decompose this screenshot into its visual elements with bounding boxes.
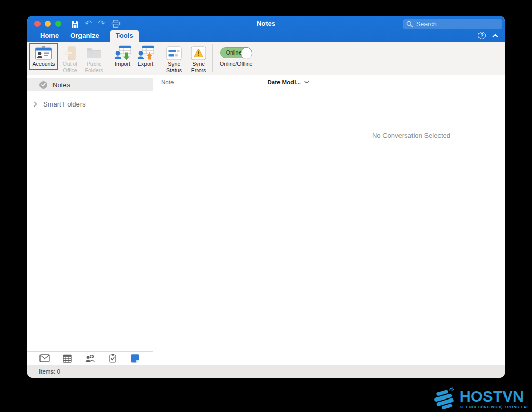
mail-icon [39, 354, 50, 362]
public-folders-icon [86, 45, 102, 61]
accounts-icon [35, 45, 52, 61]
sync-errors-button[interactable]: Sync Errors [187, 43, 210, 76]
public-folders-label: Public Folders [84, 61, 104, 74]
sidebar-item-smart-folders[interactable]: Smart Folders [27, 98, 153, 110]
online-offline-group: Online Online/Offline [220, 43, 252, 67]
sync-errors-label: Sync Errors [189, 61, 208, 74]
ribbon-divider [212, 44, 213, 72]
out-of-office-icon [63, 45, 77, 61]
public-folders-button: Public Folders [82, 43, 106, 76]
accounts-label: Accounts [32, 61, 55, 68]
search-icon [406, 21, 413, 28]
export-button[interactable]: Export [135, 43, 156, 70]
import-icon [114, 45, 131, 61]
main-content: Notes Smart Folders [27, 75, 505, 365]
titlebar: ↶ ↷ Notes [27, 16, 505, 42]
import-button[interactable]: Import [112, 43, 134, 70]
sync-errors-icon [191, 45, 206, 61]
note-column-label: Note [161, 79, 174, 85]
items-count: Items: 0 [39, 368, 60, 375]
import-label: Import [115, 61, 130, 68]
collapse-ribbon-icon[interactable] [492, 34, 498, 38]
export-label: Export [138, 61, 153, 68]
hostvn-watermark: HOSTVN KẾT NỐI CÔNG NGHỆ TƯƠNG LAI [433, 387, 528, 411]
sync-status-icon [166, 45, 182, 61]
calendar-module-button[interactable] [61, 353, 73, 364]
item-list-pane: Note Date Modi... [153, 75, 317, 365]
tasks-module-button[interactable] [107, 353, 119, 364]
chevron-right-icon[interactable] [34, 101, 37, 107]
module-switcher [27, 351, 153, 365]
tab-home[interactable]: Home [34, 30, 64, 42]
mail-module-button[interactable] [38, 353, 51, 364]
notes-module-button[interactable] [129, 353, 141, 364]
smart-folders-label: Smart Folders [43, 100, 86, 108]
status-bar: Items: 0 [27, 365, 505, 378]
accounts-button[interactable]: Accounts [29, 43, 58, 70]
out-of-office-button: Out of Office [59, 43, 81, 76]
search-field[interactable] [403, 19, 502, 29]
hostvn-brand-text: HOSTVN [460, 389, 528, 404]
toggle-knob[interactable] [241, 48, 252, 59]
sync-status-label: Sync Status [164, 61, 184, 74]
people-icon [85, 354, 95, 363]
out-of-office-label: Out of Office [61, 61, 79, 74]
ribbon-toolbar: Accounts Out of Office [27, 42, 505, 75]
toggle-state-label: Online [226, 49, 242, 56]
tab-organize[interactable]: Organize [64, 30, 105, 42]
outlook-window: ↶ ↷ Notes [27, 16, 505, 378]
chevron-down-icon [304, 81, 309, 84]
people-module-button[interactable] [84, 353, 96, 364]
sort-column-label: Date Modi... [267, 79, 301, 85]
ribbon-divider [159, 44, 159, 72]
list-header: Note Date Modi... [153, 75, 317, 88]
tasks-icon [109, 354, 117, 363]
help-icon[interactable]: ? [478, 32, 486, 39]
desktop-background: ↶ ↷ Notes [0, 0, 532, 412]
folder-sidebar: Notes Smart Folders [27, 75, 153, 365]
sync-status-button[interactable]: Sync Status [162, 43, 186, 76]
hostvn-tagline: KẾT NỐI CÔNG NGHỆ TƯƠNG LAI [460, 405, 528, 409]
ribbon-divider [109, 44, 109, 72]
search-input[interactable] [416, 21, 500, 28]
calendar-icon [63, 354, 72, 363]
reading-pane: No Conversation Selected [317, 75, 505, 365]
notes-folder-label: Notes [52, 81, 70, 89]
empty-state-message: No Conversation Selected [317, 131, 505, 139]
online-offline-toggle[interactable]: Online [220, 47, 252, 58]
online-offline-label: Online/Offline [220, 61, 252, 67]
export-icon [137, 45, 154, 61]
ribbon-tabs: Home Organize Tools ? [27, 30, 505, 42]
hostvn-globe-icon [433, 387, 456, 411]
sort-selector[interactable]: Date Modi... [267, 79, 309, 85]
tab-tools[interactable]: Tools [110, 30, 139, 42]
sidebar-item-notes[interactable]: Notes [27, 78, 153, 91]
notes-folder-icon [39, 81, 47, 89]
notes-icon [130, 354, 140, 363]
